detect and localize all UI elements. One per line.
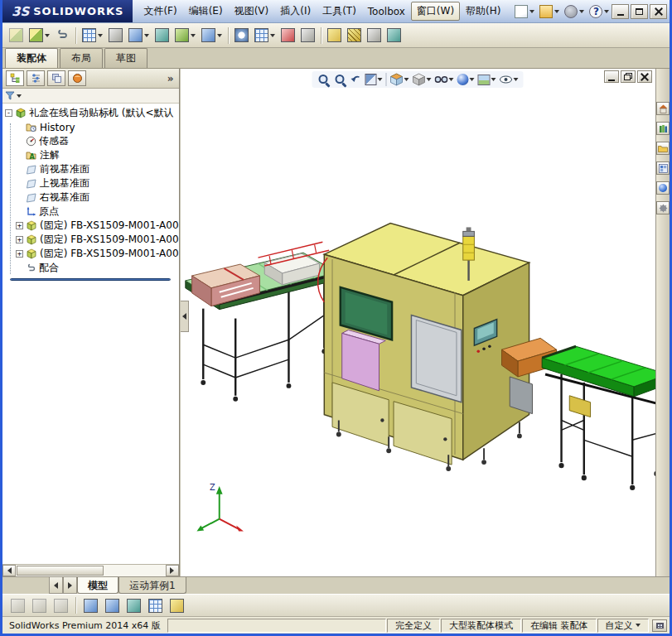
tree-item-assembly-root[interactable]: - 礼盒在线自动贴标机 (默认<默认	[5, 106, 179, 120]
menu-tools[interactable]: 工具(T)	[317, 2, 362, 21]
smart-fasteners-button[interactable]	[106, 26, 125, 46]
scrollbar-thumb[interactable]	[17, 566, 104, 576]
document-restore-button[interactable]	[621, 70, 636, 83]
configurationmanager-tab[interactable]	[47, 70, 65, 86]
section-view-button[interactable]	[365, 74, 383, 85]
zoom-to-area-button[interactable]	[334, 73, 347, 86]
tree-item-component-2[interactable]: + (固定) FB-XS1509-M001-A00	[16, 233, 179, 247]
assembly-features-button[interactable]	[172, 26, 198, 46]
menu-file[interactable]: 文件(F)	[138, 2, 182, 21]
zoom-to-fit-button[interactable]	[317, 73, 331, 86]
menu-toolbox[interactable]: Toolbox	[362, 3, 411, 20]
status-panel-button[interactable]	[652, 619, 667, 632]
view-settings-button[interactable]	[500, 75, 519, 84]
new-document-button[interactable]	[513, 3, 536, 20]
graphics-viewport[interactable]: Z	[180, 69, 655, 576]
expander[interactable]: +	[16, 250, 23, 258]
tree-item-origin[interactable]: 原点	[16, 205, 179, 219]
tree-item-component-3[interactable]: + (固定) FB-XS1509-M001-A00	[16, 247, 179, 261]
insert-components-button[interactable]	[27, 26, 52, 46]
view-palette-button[interactable]	[656, 161, 670, 175]
tabs-scroll-right-button[interactable]	[63, 577, 77, 594]
mass-properties-button[interactable]	[365, 26, 384, 46]
panel-tabs-overflow[interactable]: »	[167, 73, 176, 84]
previous-view-button[interactable]	[351, 75, 362, 84]
menu-insert[interactable]: 插入(I)	[274, 2, 317, 21]
table-grid-button[interactable]	[146, 595, 165, 615]
solidworks-resources-button[interactable]	[656, 102, 670, 115]
expander[interactable]: +	[16, 222, 23, 229]
appearances-scenes-button[interactable]	[656, 181, 670, 195]
linear-component-pattern-button[interactable]	[80, 26, 105, 46]
section-properties-button[interactable]	[384, 26, 404, 46]
explode-line-sketch-button[interactable]	[298, 26, 317, 46]
interference-detection-button[interactable]	[325, 26, 344, 46]
maximize-button[interactable]	[631, 4, 648, 19]
filter-icon[interactable]	[5, 91, 15, 100]
tree-item-mates[interactable]: 配合	[16, 261, 179, 275]
mate-button[interactable]	[53, 26, 72, 46]
tab-motion-study-1[interactable]: 运动算例1	[118, 577, 186, 594]
file-explorer-button[interactable]	[656, 142, 670, 155]
scroll-left-button[interactable]	[2, 565, 16, 576]
filter-vertices-button[interactable]	[81, 595, 100, 615]
menu-help[interactable]: 帮助(H)	[460, 2, 506, 21]
tree-item-top-plane[interactable]: 上视基准面	[16, 176, 179, 190]
propertymanager-tab[interactable]	[27, 70, 45, 86]
panel-horizontal-scrollbar[interactable]	[2, 564, 179, 576]
tab-layout[interactable]: 布局	[60, 48, 103, 68]
menu-edit[interactable]: 编辑(E)	[183, 2, 229, 21]
custom-properties-button[interactable]	[656, 201, 670, 214]
open-document-button[interactable]	[538, 3, 561, 20]
view-orientation-button[interactable]	[390, 73, 409, 86]
filter-edges-button[interactable]	[103, 595, 122, 615]
filter-faces-button[interactable]	[124, 595, 143, 615]
displaymanager-tab[interactable]	[68, 70, 86, 86]
panel-collapse-handle[interactable]	[181, 301, 189, 332]
graphics-area-3d-model[interactable]: Z	[181, 69, 655, 576]
show-hidden-components-button[interactable]	[152, 26, 172, 46]
move-component-button[interactable]	[126, 26, 152, 46]
tab-sketch[interactable]: 草图	[104, 48, 147, 68]
featuremanager-tree-tab[interactable]	[6, 70, 24, 86]
outfeed-conveyor[interactable]	[542, 346, 655, 490]
rebuild-button[interactable]	[8, 595, 27, 615]
hide-show-items-button[interactable]	[435, 75, 454, 84]
minimize-button[interactable]	[612, 4, 629, 19]
menu-window[interactable]: 窗口(W)	[411, 2, 460, 21]
selection-filter-button[interactable]	[51, 595, 70, 615]
expander[interactable]: -	[5, 109, 12, 117]
tab-assembly[interactable]: 装配体	[5, 48, 58, 68]
bill-of-materials-button[interactable]	[252, 26, 278, 46]
custom-dropdown[interactable]: 自定义	[597, 619, 650, 633]
tree-item-component-1[interactable]: + (固定) FB-XS1509-M001-A00	[16, 219, 179, 233]
new-motion-study-button[interactable]	[232, 26, 251, 46]
menu-view[interactable]: 视图(V)	[229, 2, 275, 21]
scrollbar-track[interactable]	[16, 565, 166, 576]
exploded-view-button[interactable]	[278, 26, 297, 46]
edit-component-button[interactable]	[7, 26, 26, 46]
edit-appearance-button[interactable]	[457, 74, 475, 85]
color-swatch-button[interactable]	[167, 595, 186, 615]
display-style-button[interactable]	[413, 73, 432, 86]
infeed-conveyor[interactable]	[185, 242, 336, 401]
close-button[interactable]	[650, 4, 667, 19]
options-button[interactable]	[563, 3, 586, 20]
tree-item-sensors[interactable]: 传感器	[16, 134, 179, 148]
measure-button[interactable]	[345, 26, 364, 46]
options-button-bottom[interactable]	[30, 595, 49, 615]
reference-geometry-button[interactable]	[199, 26, 225, 46]
document-minimize-button[interactable]	[604, 70, 619, 83]
tree-item-annotations[interactable]: A 注解	[16, 148, 179, 162]
rollback-bar[interactable]	[10, 278, 171, 281]
help-button[interactable]	[587, 3, 611, 20]
tree-item-front-plane[interactable]: 前视基准面	[16, 162, 179, 176]
tree-item-right-plane[interactable]: 右视基准面	[16, 190, 179, 205]
document-close-button[interactable]	[637, 70, 652, 83]
scroll-right-button[interactable]	[166, 565, 179, 576]
design-library-button[interactable]	[656, 122, 670, 135]
tree-item-history[interactable]: History	[16, 120, 179, 134]
tabs-scroll-left-button[interactable]	[49, 577, 63, 594]
expander[interactable]: +	[16, 236, 23, 243]
tab-model[interactable]: 模型	[77, 577, 118, 594]
